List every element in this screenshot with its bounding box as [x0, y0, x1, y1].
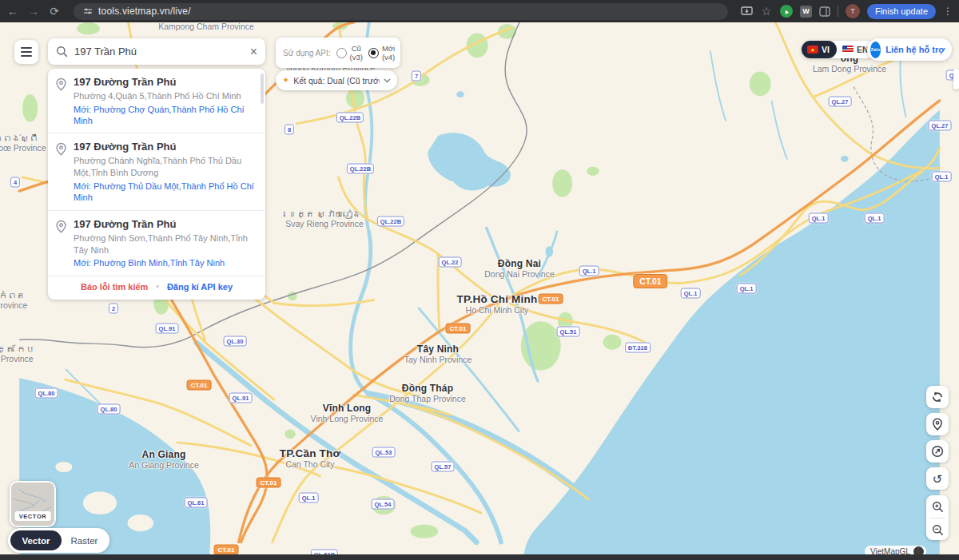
radio-checked-icon[interactable]	[368, 48, 379, 58]
install-icon[interactable]	[741, 6, 753, 17]
language-toggle: ★ VI EN	[802, 41, 875, 58]
radio-unchecked-icon[interactable]	[336, 48, 347, 58]
compass-icon	[931, 445, 944, 458]
location-pin-icon	[932, 418, 943, 431]
map-style-thumbnail[interactable]: VECTOR	[10, 481, 56, 527]
search-result-item[interactable]: 197 Đường Trần Phú Phường Chánh Nghĩa,Th…	[48, 133, 265, 210]
zoom-in-icon	[932, 501, 944, 513]
raster-style-button[interactable]: Raster	[62, 530, 107, 550]
search-results-dropdown: 197 Đường Trần Phú Phường 4,Quận 5,Thành…	[48, 69, 265, 300]
search-input[interactable]	[74, 46, 244, 58]
search-icon	[56, 46, 68, 58]
result-new-address: Mới: Phường Bình Minh,Tỉnh Tây Ninh	[74, 257, 257, 268]
sparkle-icon: ✦	[282, 76, 289, 85]
browser-toolbar: ← → ⟳ tools.vietmap.vn/live/ ☆ ▲ W T Fin…	[0, 0, 959, 22]
results-scrollbar[interactable]	[261, 73, 264, 104]
reload-icon[interactable]: ⟳	[48, 6, 61, 17]
dock-strip	[0, 554, 959, 560]
menu-button[interactable]	[14, 40, 38, 64]
result-subtitle: Phường Chánh Nghĩa,Thành Phố Thủ Dầu Một…	[74, 155, 257, 179]
extension-w-icon[interactable]: W	[800, 6, 812, 18]
zoom-in-button[interactable]	[926, 495, 949, 518]
result-subtitle: Phường Ninh Sơn,Thành Phố Tây Ninh,Tỉnh …	[74, 232, 257, 256]
url-text: tools.vietmap.vn/live/	[98, 6, 191, 17]
api-option-new[interactable]: Mới (v4)	[368, 44, 395, 62]
side-panel-icon[interactable]	[819, 6, 830, 17]
us-flag-icon	[842, 46, 854, 54]
thumbnail-label: VECTOR	[15, 511, 51, 521]
footer-separator: •	[156, 282, 159, 291]
api-old-line2: (v3)	[350, 53, 363, 62]
result-title: 197 Đường Trần Phú	[74, 76, 257, 88]
zoom-out-button[interactable]	[926, 518, 949, 541]
site-settings-icon	[83, 6, 93, 16]
browser-menu-icon[interactable]: ⋮	[943, 6, 953, 17]
divider	[838, 6, 838, 17]
result-mode-dropdown[interactable]: ✦ Kết quả: Dual (Cũ trước, Mới ...	[276, 70, 397, 90]
api-new-line2: (v4)	[382, 53, 395, 62]
language-vi-label: VI	[822, 45, 830, 54]
language-en-option[interactable]: EN	[837, 45, 869, 54]
extension-green-icon[interactable]: ▲	[780, 5, 793, 18]
api-version-panel: Sử dụng API: Cũ (v3) Mới (v4)	[276, 38, 400, 68]
zoom-controls	[926, 495, 949, 540]
reset-bearing-button[interactable]: ↺	[926, 467, 949, 490]
pin-icon	[55, 220, 67, 233]
api-panel-label: Sử dụng API:	[283, 49, 331, 58]
pin-icon	[55, 142, 67, 156]
back-icon[interactable]: ←	[6, 6, 19, 17]
search-result-item[interactable]: 197 Đường Trần Phú Phường 4,Quận 5,Thành…	[48, 69, 265, 133]
zoom-out-icon	[932, 524, 944, 536]
compass-button[interactable]	[926, 440, 949, 463]
result-mode-label: Kết quả: Dual (Cũ trước, Mới ...	[293, 76, 380, 85]
zalo-icon: Zalo	[870, 42, 881, 58]
forward-icon[interactable]: →	[27, 6, 40, 17]
vietnam-flag-icon: ★	[807, 46, 818, 54]
geolocate-button[interactable]	[926, 413, 949, 435]
api-option-old[interactable]: Cũ (v3)	[336, 44, 363, 62]
reset-rotate-icon: ↺	[933, 473, 943, 485]
profile-avatar[interactable]: T	[846, 4, 860, 18]
clear-search-icon[interactable]: ×	[250, 46, 257, 58]
result-new-address: Mới: Phường Thủ Dầu Một,Thành Phố Hồ Chí…	[74, 181, 257, 204]
report-search-error-link[interactable]: Báo lỗi tìm kiếm	[81, 282, 148, 292]
result-new-address: Mới: Phường Chợ Quán,Thành Phố Hồ Chí Mi…	[74, 104, 257, 127]
search-result-item[interactable]: 197 Đường Trần Phú Phường Ninh Sơn,Thành…	[48, 211, 265, 276]
style-toggle: Vector Raster	[8, 528, 109, 553]
search-bar[interactable]: ×	[48, 38, 265, 65]
finish-update-button[interactable]: Finish update	[867, 4, 936, 19]
support-button[interactable]: Zalo Liên hệ hỗ trợ	[867, 38, 952, 61]
result-title: 197 Đường Trần Phú	[74, 218, 257, 230]
api-new-line1: Mới	[382, 44, 395, 53]
result-title: 197 Đường Trần Phú	[74, 141, 257, 153]
vector-style-button[interactable]: Vector	[10, 530, 62, 550]
result-subtitle: Phường 4,Quận 5,Thành Phố Hồ Chí Minh	[74, 90, 257, 102]
bookmark-star-icon[interactable]: ☆	[760, 6, 773, 17]
api-old-line1: Cũ	[352, 44, 361, 53]
support-label: Liên hệ hỗ trợ	[885, 45, 945, 54]
url-bar[interactable]: tools.vietmap.vn/live/	[74, 3, 728, 20]
chevron-down-icon	[384, 78, 391, 83]
pin-icon	[55, 77, 67, 91]
language-vi-option[interactable]: ★ VI	[802, 41, 837, 58]
scrollbar-thumb[interactable]	[953, 69, 959, 89]
register-api-key-link[interactable]: Đăng kí API key	[167, 282, 233, 292]
route-tool-button[interactable]	[926, 386, 949, 408]
route-circle-icon	[931, 391, 944, 403]
